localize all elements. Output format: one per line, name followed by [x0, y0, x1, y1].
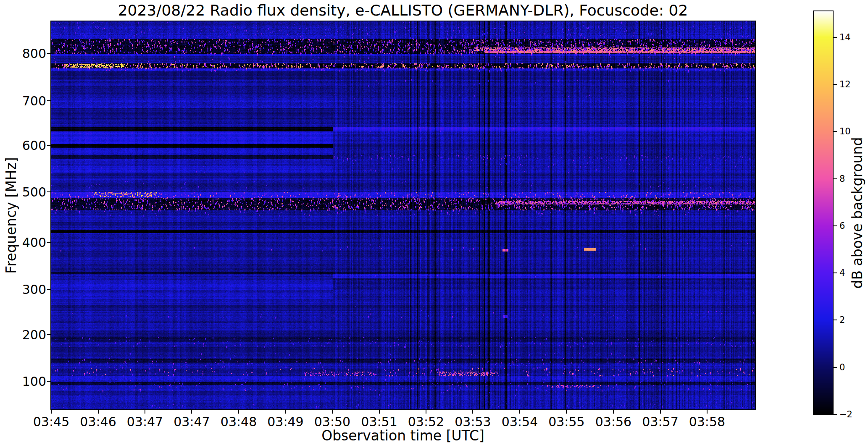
x-tick-label: 03:45 [33, 414, 69, 429]
colorbar-tick-mark [834, 84, 837, 85]
x-tick-mark [660, 410, 661, 414]
x-tick-label: 03:47 [174, 414, 210, 429]
x-tick-label: 03:53 [455, 414, 491, 429]
colorbar-tick-mark [834, 131, 837, 132]
x-tick-mark [238, 410, 239, 414]
x-tick-label: 03:55 [548, 414, 584, 429]
x-tick-label: 03:56 [595, 414, 631, 429]
x-tick-mark [613, 410, 614, 414]
x-tick-label: 03:48 [221, 414, 257, 429]
x-tick-label: 03:57 [642, 414, 678, 429]
x-tick-mark [51, 410, 52, 414]
x-tick-mark [519, 410, 520, 414]
x-tick-mark [566, 410, 567, 414]
y-tick-mark [47, 289, 50, 290]
y-tick-mark [47, 191, 50, 192]
x-tick-mark [707, 410, 708, 414]
colorbar-tick-label: 6 [839, 221, 845, 231]
y-tick-mark [47, 334, 50, 335]
y-tick-label: 200 [9, 327, 46, 342]
x-tick-mark [285, 410, 286, 414]
colorbar-tick-mark [834, 272, 837, 273]
colorbar-tick-label: 4 [839, 268, 845, 278]
x-tick-label: 03:49 [267, 414, 303, 429]
x-tick-label: 03:51 [361, 414, 397, 429]
colorbar-label: dB above background [849, 137, 865, 289]
x-tick-mark [426, 410, 426, 414]
colorbar-canvas [813, 10, 834, 415]
y-tick-label: 100 [9, 374, 46, 388]
colorbar-tick-mark [834, 37, 837, 38]
x-tick-label: 03:54 [502, 414, 538, 429]
x-tick-label: 03:47 [127, 414, 163, 429]
y-tick-mark [47, 145, 50, 146]
colorbar-tick-mark [834, 320, 837, 320]
x-tick-label: 03:50 [314, 414, 350, 429]
y-tick-label: 700 [9, 93, 46, 108]
colorbar-tick-label: 12 [839, 79, 851, 89]
y-tick-mark [47, 242, 50, 243]
x-tick-mark [379, 410, 380, 414]
colorbar-tick-mark [834, 367, 837, 368]
x-tick-mark [145, 410, 145, 414]
colorbar-tick-mark [834, 178, 837, 179]
y-tick-mark [47, 100, 50, 101]
x-tick-label: 03:46 [80, 414, 116, 429]
y-tick-label: 800 [9, 46, 46, 61]
x-tick-mark [332, 410, 333, 414]
colorbar-tick-label: −2 [839, 409, 852, 419]
chart-title: 2023/08/22 Radio flux density, e-CALLIST… [118, 2, 688, 19]
x-tick-label: 03:52 [408, 414, 444, 429]
x-tick-mark [472, 410, 473, 414]
y-tick-mark [47, 53, 50, 54]
colorbar-tick-label: 8 [839, 174, 845, 184]
x-tick-mark [191, 410, 192, 414]
colorbar-tick-mark [834, 414, 837, 415]
y-tick-label: 300 [9, 282, 46, 297]
colorbar-tick-label: 0 [839, 362, 845, 372]
spectrogram-canvas [50, 21, 756, 410]
x-tick-mark [98, 410, 99, 414]
y-tick-mark [47, 381, 50, 382]
y-tick-label: 600 [9, 138, 46, 153]
colorbar-tick-label: 2 [839, 315, 845, 325]
colorbar-tick-label: 10 [839, 126, 851, 136]
radio-spectrogram-figure: 2023/08/22 Radio flux density, e-CALLIST… [0, 0, 868, 448]
colorbar-tick-mark [834, 225, 837, 226]
x-axis-label: Observation time [UTC] [321, 427, 484, 444]
y-axis-label: Frequency [MHz] [3, 157, 19, 273]
x-tick-label: 03:58 [689, 414, 725, 429]
colorbar-tick-label: 14 [839, 32, 851, 42]
